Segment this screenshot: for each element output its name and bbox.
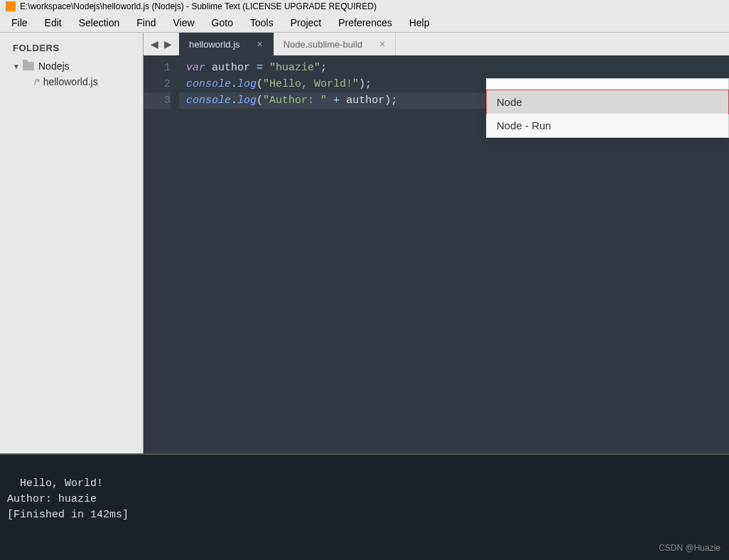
window-title: E:\workspace\Nodejs\helloworld.js (Nodej… — [20, 1, 377, 11]
menu-goto[interactable]: Goto — [203, 14, 242, 31]
menu-selection[interactable]: Selection — [70, 14, 129, 31]
app-icon — [6, 1, 16, 11]
tab-nav-arrows: ◀ ▶ — [144, 33, 179, 55]
watermark: CSDN @Huazie — [659, 540, 720, 556]
build-option-node---run[interactable]: Node - Run — [487, 114, 728, 137]
build-output-text: Hello, World! Author: huazie [Finished i… — [7, 478, 129, 521]
menu-find[interactable]: Find — [128, 14, 164, 31]
code-line[interactable]: var author = "huazie"; — [179, 60, 729, 76]
tab-helloworld-js[interactable]: helloworld.js× — [179, 33, 274, 55]
build-output-panel[interactable]: Hello, World! Author: huazie [Finished i… — [0, 453, 729, 560]
tab-label: helloworld.js — [189, 39, 240, 50]
build-option-node[interactable]: Node — [486, 90, 729, 114]
titlebar: E:\workspace\Nodejs\helloworld.js (Nodej… — [0, 0, 729, 13]
tab-Node-sublime-build[interactable]: Node.sublime-build× — [274, 33, 396, 55]
tab-label: Node.sublime-build — [284, 39, 362, 50]
menu-help[interactable]: Help — [401, 14, 438, 31]
menu-preferences[interactable]: Preferences — [330, 14, 400, 31]
line-number: 3 — [144, 92, 171, 109]
close-icon[interactable]: × — [257, 38, 263, 50]
folder-label: Nodejs — [38, 60, 70, 72]
nav-back-icon[interactable]: ◀ — [149, 38, 160, 50]
menubar: FileEditSelectionFindViewGotoToolsProjec… — [0, 13, 729, 33]
popup-header-spacer — [487, 79, 728, 90]
close-icon[interactable]: × — [379, 38, 385, 50]
build-system-popup: NodeNode - Run — [486, 78, 729, 138]
menu-edit[interactable]: Edit — [36, 14, 70, 31]
sidebar: FOLDERS ▼ Nodejs /* helloworld.js — [0, 33, 144, 453]
chevron-down-icon: ▼ — [13, 63, 21, 70]
file-label: helloworld.js — [43, 76, 98, 87]
line-number: 2 — [144, 76, 171, 92]
sidebar-file-item[interactable]: /* helloworld.js — [0, 73, 143, 90]
nav-forward-icon[interactable]: ▶ — [163, 38, 173, 50]
file-type-icon: /* — [34, 77, 40, 87]
sidebar-header: FOLDERS — [0, 40, 143, 59]
sidebar-folder-root[interactable]: ▼ Nodejs — [0, 59, 143, 73]
menu-view[interactable]: View — [165, 14, 203, 31]
line-number: 1 — [144, 60, 171, 76]
menu-project[interactable]: Project — [282, 14, 330, 31]
gutter: 123 — [144, 60, 179, 453]
tab-bar: ◀ ▶ helloworld.js×Node.sublime-build× — [144, 33, 729, 55]
folder-icon — [23, 62, 34, 70]
menu-file[interactable]: File — [3, 14, 36, 31]
menu-tools[interactable]: Tools — [242, 14, 282, 31]
